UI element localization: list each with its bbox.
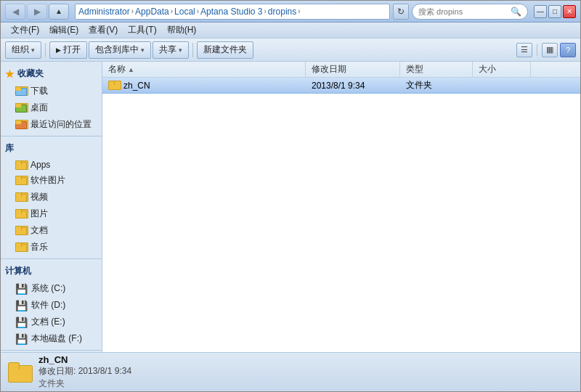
recent-folder-icon (15, 120, 27, 129)
status-folder-icon (8, 362, 31, 383)
address-bar[interactable]: Administrator › AppData › Local › Aptana… (75, 4, 390, 20)
sidebar-item-documents[interactable]: 文档 (1, 222, 102, 239)
search-icon[interactable]: 🔍 (511, 7, 521, 17)
file-area: 名称 ▲ 修改日期 类型 大小 zh_CN (102, 62, 580, 352)
sidebar-header-library[interactable]: 库 (1, 139, 102, 158)
search-input[interactable] (418, 7, 508, 16)
table-row[interactable]: zh_CN 2013/8/1 9:34 文件夹 (102, 78, 580, 94)
addr-part-aptana[interactable]: Aptana Studio 3 (200, 7, 262, 17)
sidebar-section-favorites: ★ 收藏夹 下载 桌面 (1, 65, 102, 133)
sidebar-item-downloads[interactable]: 下载 (1, 83, 102, 99)
sidebar-item-driveF[interactable]: 💾 本地磁盘 (F:) (1, 330, 102, 347)
help-button[interactable]: ? (560, 43, 576, 57)
col-date-label: 修改日期 (312, 63, 346, 75)
minimize-button[interactable]: — (534, 5, 547, 18)
sidebar-item-driveE[interactable]: 💾 文档 (E:) (1, 314, 102, 330)
back-button[interactable]: ◀ (5, 4, 25, 20)
title-bar: ◀ ▶ ▲ Administrator › AppData › Local › … (1, 1, 580, 23)
menu-view[interactable]: 查看(V) (84, 23, 122, 38)
sidebar-section-library: 库 Apps 软件图片 (1, 139, 102, 256)
sidebar-item-video[interactable]: 视频 (1, 189, 102, 205)
addr-part-admin[interactable]: Administrator (78, 7, 130, 17)
sidebar-item-label: 图片 (31, 208, 48, 220)
include-library-button[interactable]: 包含到库中 ▾ (89, 41, 151, 59)
sidebar-item-label: 下载 (31, 85, 48, 97)
menu-file[interactable]: 文件(F) (7, 23, 44, 38)
view-mode-button[interactable]: ☰ (516, 43, 532, 57)
sidebar-item-driveC[interactable]: 💾 系统 (C:) (1, 280, 102, 297)
file-date-cell: 2013/8/1 9:34 (306, 79, 400, 92)
col-header-date[interactable]: 修改日期 (306, 62, 400, 77)
view-separator (537, 44, 537, 56)
addr-part-appdata[interactable]: AppData (135, 7, 169, 17)
up-button[interactable]: ▲ (49, 4, 69, 20)
sidebar-item-apps[interactable]: Apps (1, 158, 102, 172)
search-bar: 🔍 (412, 4, 528, 20)
sidebar-divider-1 (1, 136, 102, 136)
sidebar-item-softpic[interactable]: 软件图片 (1, 172, 102, 189)
sidebar-item-label: 最近访问的位置 (31, 118, 92, 131)
file-list-header: 名称 ▲ 修改日期 类型 大小 (102, 62, 580, 78)
close-button[interactable]: ✕ (563, 5, 576, 18)
organize-button[interactable]: 组织 ▾ (5, 41, 41, 59)
music-folder-icon (15, 242, 27, 252)
col-type-label: 类型 (406, 63, 423, 75)
sidebar-item-driveD[interactable]: 💾 软件 (D:) (1, 297, 102, 314)
file-type: 文件夹 (406, 79, 432, 91)
sidebar-divider-2 (1, 258, 102, 259)
sidebar-item-label: 音乐 (31, 241, 48, 253)
nav-arrows: ◀ ▶ ▲ (5, 4, 69, 20)
addr-part-local[interactable]: Local (174, 7, 195, 17)
video-folder-icon (15, 192, 27, 202)
col-size-label: 大小 (479, 63, 496, 75)
sidebar-item-pictures[interactable]: 图片 (1, 205, 102, 222)
view-details-button[interactable]: ▦ (542, 43, 558, 57)
file-name-cell: zh_CN (102, 79, 306, 92)
sidebar-header-favorites[interactable]: ★ 收藏夹 (1, 65, 102, 83)
sidebar-item-label: 软件图片 (31, 174, 65, 187)
drive-icon: 💾 (15, 300, 28, 311)
menu-tools[interactable]: 工具(T) (123, 23, 161, 38)
drive-icon: 💾 (15, 283, 28, 295)
status-filename: zh_CN (38, 354, 131, 365)
sidebar-item-music[interactable]: 音乐 (1, 239, 102, 256)
col-name-label: 名称 (108, 63, 126, 75)
share-button[interactable]: 共享 ▾ (153, 41, 189, 59)
status-detail: 修改日期: 2013/8/1 9:34 (38, 365, 131, 377)
drive-icon: 💾 (15, 333, 28, 345)
downloads-folder-icon (15, 86, 27, 96)
sidebar-item-recent[interactable]: 最近访问的位置 (1, 116, 102, 133)
main-area: ★ 收藏夹 下载 桌面 (1, 62, 580, 352)
sidebar-header-computer[interactable]: 计算机 (1, 262, 102, 280)
file-type-cell: 文件夹 (400, 78, 473, 93)
toolbar: 组织 ▾ ▶ 打开 包含到库中 ▾ 共享 ▾ 新建文件夹 ☰ ▦ ? (1, 38, 580, 62)
sidebar-item-label: 视频 (31, 191, 48, 203)
col-header-name[interactable]: 名称 ▲ (102, 62, 306, 77)
computer-label: 计算机 (5, 265, 31, 277)
open-button[interactable]: ▶ 打开 (49, 41, 87, 59)
sidebar-item-label: 本地磁盘 (F:) (31, 332, 82, 345)
desktop-folder-icon (15, 103, 27, 113)
forward-button[interactable]: ▶ (27, 4, 47, 20)
maximize-button[interactable]: □ (548, 5, 561, 18)
sidebar-item-label: Apps (31, 160, 50, 170)
documents-folder-icon (15, 226, 27, 235)
col-header-size[interactable]: 大小 (473, 62, 531, 77)
newfolder-button[interactable]: 新建文件夹 (197, 41, 253, 59)
pictures-folder-icon (15, 209, 27, 219)
sidebar: ★ 收藏夹 下载 桌面 (1, 62, 102, 352)
sidebar-section-computer: 计算机 💾 系统 (C:) 💾 软件 (D:) 💾 文档 (E:) 💾 本地磁盘… (1, 262, 102, 347)
folder-icon (108, 81, 120, 90)
explorer-window: ◀ ▶ ▲ Administrator › AppData › Local › … (0, 0, 581, 392)
col-header-type[interactable]: 类型 (400, 62, 473, 77)
addr-part-dropins[interactable]: dropins (268, 7, 296, 17)
sidebar-item-desktop[interactable]: 桌面 (1, 99, 102, 116)
toolbar-separator-2 (192, 43, 193, 57)
sidebar-divider-3 (1, 350, 102, 351)
sidebar-item-label: 桌面 (31, 102, 48, 114)
file-name: zh_CN (123, 81, 150, 91)
file-date: 2013/8/1 9:34 (312, 81, 365, 91)
menu-help[interactable]: 帮助(H) (163, 23, 201, 38)
refresh-button[interactable]: ↻ (393, 4, 409, 20)
menu-edit[interactable]: 编辑(E) (45, 23, 83, 38)
